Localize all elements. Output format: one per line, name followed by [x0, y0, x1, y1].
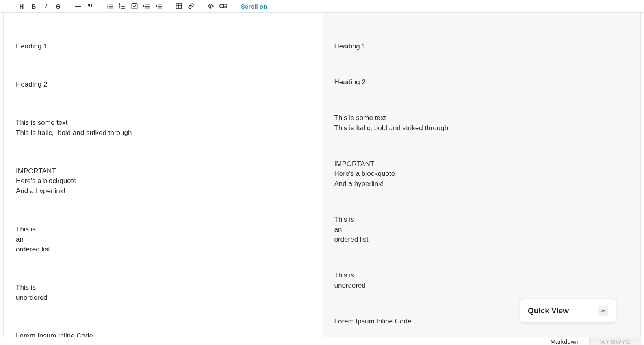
svg-rect-19 [158, 8, 162, 9]
horizontal-rule-button[interactable] [72, 0, 84, 12]
preview-body: Heading 1 Heading 2 This is some textThi… [322, 13, 641, 345]
codeblock-icon: CB [219, 3, 227, 9]
footer: Markdown WYSIWYG [3, 337, 641, 345]
horizontal-rule-icon [75, 3, 81, 9]
table-icon [176, 3, 182, 9]
editor-line[interactable]: IMPORTANT [16, 167, 56, 175]
editor-line[interactable]: Heading 1 [16, 42, 48, 50]
table-button[interactable] [173, 0, 185, 12]
text-cursor [50, 43, 50, 50]
preview-line: This is some text [334, 114, 386, 122]
svg-rect-6 [109, 8, 113, 9]
footer-tabs: Markdown WYSIWYG [540, 337, 641, 345]
svg-rect-17 [158, 4, 162, 5]
heading-button[interactable]: H [15, 0, 28, 12]
strikethrough-button[interactable]: S [52, 0, 64, 12]
preview-line: IMPORTANT [334, 160, 375, 168]
unordered-list-button[interactable] [104, 0, 116, 12]
preview-line: Heading 1 [334, 42, 366, 50]
svg-rect-4 [109, 6, 113, 7]
task-list-icon [131, 3, 138, 9]
svg-rect-16 [145, 8, 150, 9]
toolbar: H B I S 123 [0, 0, 644, 13]
indent-icon [143, 3, 150, 9]
editor-pane[interactable]: Heading 1 Heading 2 This is some textThi… [4, 13, 322, 345]
scroll-toggle-button[interactable]: Scroll on [237, 0, 271, 12]
preview-line: This is Italic, bold and striked through [334, 124, 449, 132]
preview-line: Here's a blockquote [334, 170, 395, 177]
toolbar-separator [68, 2, 68, 10]
code-icon [208, 3, 214, 9]
preview-line: Heading 2 [334, 78, 366, 86]
svg-rect-8 [121, 4, 125, 4]
svg-rect-14 [145, 4, 150, 5]
svg-point-5 [107, 7, 108, 9]
editor-line[interactable]: This is [16, 284, 36, 291]
svg-rect-15 [145, 6, 150, 7]
editor-line[interactable]: This is Italic, bold and striked through [16, 129, 132, 137]
preview-line: Lorem Ipsum Inline Code [334, 317, 412, 325]
editor-line[interactable]: unordered [16, 294, 48, 301]
quick-view-card: Quick View [520, 299, 616, 322]
indent-button[interactable] [141, 0, 153, 12]
toolbar-separator [233, 2, 233, 10]
blockquote-icon [87, 3, 93, 9]
bold-button[interactable]: B [28, 0, 40, 12]
preview-line: This is [334, 271, 354, 279]
editor-line[interactable]: And a hyperlink! [16, 187, 65, 195]
svg-point-3 [107, 6, 108, 7]
codeblock-button[interactable]: CB [217, 0, 229, 12]
code-button[interactable] [205, 0, 217, 12]
ordered-list-icon: 123 [119, 3, 126, 9]
strikethrough-icon: S [56, 3, 60, 10]
editor-line[interactable]: Here's a blockquote [16, 177, 77, 185]
preview-line: This is [334, 216, 354, 223]
tab-markdown[interactable]: Markdown [540, 337, 589, 345]
italic-icon: I [45, 2, 48, 10]
bold-icon: B [32, 3, 36, 10]
editor-line[interactable]: This is [16, 225, 36, 233]
editor-line[interactable]: an [16, 236, 24, 243]
outdent-icon [155, 3, 163, 9]
blockquote-button[interactable] [84, 0, 96, 12]
preview-line: an [334, 226, 342, 234]
editor-line[interactable]: ordered list [16, 245, 50, 253]
link-icon [188, 3, 194, 9]
svg-rect-12 [121, 8, 125, 9]
toolbar-separator [169, 2, 169, 10]
preview-line: unordered [334, 282, 366, 289]
unordered-list-icon [107, 3, 113, 9]
outdent-button[interactable] [153, 0, 165, 12]
quick-view-toggle[interactable] [598, 306, 608, 316]
task-list-button[interactable] [128, 0, 141, 12]
svg-text:3: 3 [119, 7, 120, 9]
toolbar-separator [201, 2, 201, 10]
svg-point-1 [107, 4, 108, 5]
svg-rect-2 [109, 4, 113, 5]
toolbar-separator [100, 2, 100, 10]
italic-button[interactable]: I [40, 0, 52, 12]
svg-rect-10 [121, 6, 125, 7]
editor-line[interactable]: Heading 2 [16, 81, 48, 88]
editor-line[interactable]: This is some text [16, 119, 68, 127]
preview-line: ordered list [334, 236, 369, 243]
editor-body[interactable]: Heading 1 Heading 2 This is some textThi… [4, 13, 322, 345]
link-button[interactable] [185, 0, 197, 12]
preview-pane: Heading 1 Heading 2 This is some textThi… [322, 13, 641, 345]
content-area: Heading 1 Heading 2 This is some textThi… [3, 13, 641, 345]
tab-wysiwyg[interactable]: WYSIWYG [589, 337, 641, 345]
svg-rect-18 [158, 6, 162, 7]
preview-line: And a hyperlink! [334, 180, 384, 188]
ordered-list-button[interactable]: 123 [116, 0, 128, 12]
svg-rect-0 [75, 6, 81, 7]
quick-view-title: Quick View [528, 306, 569, 315]
app-root: H B I S 123 [0, 0, 644, 345]
heading-icon: H [20, 3, 24, 10]
chevron-up-icon [601, 308, 606, 313]
